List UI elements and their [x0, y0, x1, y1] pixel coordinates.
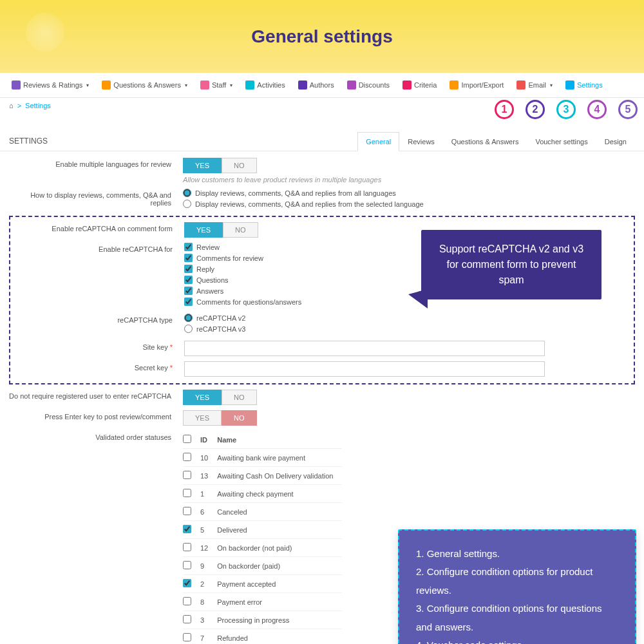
display-opt2-input[interactable]: [183, 200, 191, 208]
legend-line-3: 3. Configure condition options for quest…: [416, 600, 618, 636]
badge-5: 5: [618, 100, 638, 119]
status-select-all[interactable]: [183, 435, 191, 443]
display-how-label: How to display reviews, comments, Q&A an…: [9, 189, 183, 207]
display-all-lang-radio[interactable]: Display reviews, comments, Q&A and repli…: [183, 189, 635, 197]
enable-recaptcha-yes[interactable]: YES: [184, 222, 223, 238]
badge-3: 3: [556, 100, 576, 119]
legend-line-1: 1. General settings.: [416, 545, 618, 564]
status-checkbox[interactable]: [183, 597, 191, 605]
nav-icon: [200, 80, 209, 90]
nav-icon: [102, 80, 111, 90]
tab-design[interactable]: Design: [596, 132, 635, 151]
status-name: Awaiting check payment: [217, 485, 342, 503]
status-checkbox[interactable]: [183, 525, 191, 533]
nav-questions-answers[interactable]: Questions & Answers▾: [97, 78, 193, 92]
status-checkbox[interactable]: [183, 561, 191, 569]
nav-label: Criteria: [414, 81, 437, 89]
site-key-input[interactable]: [184, 341, 545, 356]
display-selected-lang-radio[interactable]: Display reviews, comments, Q&A and repli…: [183, 200, 635, 208]
no-recaptcha-yes[interactable]: YES: [183, 390, 222, 405]
press-enter-toggle[interactable]: YES NO: [183, 410, 257, 426]
table-row: 3Processing in progress: [183, 611, 342, 629]
status-checkbox[interactable]: [183, 633, 191, 641]
tab-questions-answers[interactable]: Questions & Answers: [443, 132, 527, 151]
secret-key-input[interactable]: [184, 361, 545, 377]
nav-staff[interactable]: Staff▾: [195, 78, 238, 92]
settings-form: Enable multiple languages for review YES…: [0, 151, 644, 644]
recaptcha-for-label: Comments for questions/answers: [196, 298, 301, 306]
chevron-down-icon: ▾: [550, 82, 553, 88]
enable-lang-help: Allow customers to leave product reviews…: [183, 176, 635, 184]
status-id: 3: [200, 611, 217, 629]
nav-icon: [12, 80, 21, 90]
status-checkbox[interactable]: [183, 543, 191, 551]
nav-activities[interactable]: Activities: [240, 78, 290, 92]
status-id: 9: [200, 557, 217, 575]
status-id: 12: [200, 539, 217, 557]
recaptcha-for-checkbox[interactable]: [184, 243, 193, 251]
status-checkbox[interactable]: [183, 507, 191, 515]
press-enter-no[interactable]: NO: [222, 410, 257, 426]
enable-lang-label: Enable multiple languages for review: [9, 158, 183, 168]
press-enter-yes[interactable]: YES: [183, 410, 222, 426]
order-status-table: ID Name 10Awaiting bank wire payment13Aw…: [183, 431, 342, 644]
recaptcha-v3-input[interactable]: [184, 325, 193, 333]
recaptcha-v3-radio[interactable]: reCAPTCHA v3: [184, 325, 634, 333]
status-checkbox[interactable]: [183, 579, 191, 587]
recaptcha-for-checkbox[interactable]: [184, 254, 193, 262]
status-id: 6: [200, 503, 217, 521]
enable-lang-no[interactable]: NO: [222, 158, 257, 173]
recaptcha-v2-input[interactable]: [184, 314, 193, 322]
no-recaptcha-no[interactable]: NO: [222, 390, 257, 405]
header-banner: General settings: [0, 0, 644, 73]
nav-label: Discounts: [359, 81, 390, 89]
recaptcha-highlight-box: Support reCAPTCHA v2 and v3 for comment …: [9, 216, 635, 384]
tab-reviews[interactable]: Reviews: [399, 132, 443, 151]
table-row: 9On backorder (paid): [183, 557, 342, 575]
nav-discounts[interactable]: Discounts: [342, 78, 395, 92]
recaptcha-for-checkbox[interactable]: [184, 276, 193, 284]
enable-lang-yes[interactable]: YES: [183, 158, 222, 173]
nav-icon: [245, 80, 254, 90]
status-checkbox[interactable]: [183, 471, 191, 479]
status-name: Payment accepted: [217, 575, 342, 593]
enable-lang-toggle[interactable]: YES NO: [183, 158, 257, 173]
nav-reviews-ratings[interactable]: Reviews & Ratings▾: [6, 78, 94, 92]
nav-settings[interactable]: Settings: [560, 78, 608, 92]
table-row: 6Canceled: [183, 503, 342, 521]
status-checkbox[interactable]: [183, 489, 191, 497]
table-row: 7Refunded: [183, 629, 342, 645]
status-id: 7: [200, 629, 217, 645]
breadcrumb-current[interactable]: Settings: [25, 102, 51, 109]
tab-general[interactable]: General: [357, 132, 399, 151]
nav-authors[interactable]: Authors: [293, 78, 339, 92]
status-id: 2: [200, 575, 217, 593]
recaptcha-for-label: Answers: [196, 287, 223, 295]
tab-voucher-settings[interactable]: Voucher settings: [527, 132, 596, 151]
home-icon[interactable]: ⌂: [9, 102, 14, 109]
no-recaptcha-registered-label: Do not require registered user to enter …: [9, 390, 183, 400]
recaptcha-v2-radio[interactable]: reCAPTCHA v2: [184, 314, 634, 322]
nav-import-export[interactable]: Import/Export: [444, 78, 509, 92]
badge-2: 2: [526, 100, 545, 119]
recaptcha-for-label: Review: [196, 243, 220, 251]
status-checkbox[interactable]: [183, 615, 191, 623]
table-row: 2Payment accepted: [183, 575, 342, 593]
recaptcha-for-checkbox[interactable]: [184, 298, 193, 306]
display-opt1-input[interactable]: [183, 189, 191, 197]
no-recaptcha-registered-toggle[interactable]: YES NO: [183, 390, 257, 405]
nav-icon: [347, 80, 356, 90]
recaptcha-for-checkbox[interactable]: [184, 287, 193, 295]
nav-email[interactable]: Email▾: [511, 78, 558, 92]
enable-recaptcha-toggle[interactable]: YES NO: [184, 222, 258, 238]
recaptcha-for-checkbox[interactable]: [184, 265, 193, 273]
recaptcha-for-label: Reply: [196, 265, 214, 273]
legend-line-4: 4. Voucher code settings.: [416, 636, 618, 644]
validated-statuses-label: Validated order statuses: [9, 431, 183, 441]
display-opt2-label: Display reviews, comments, Q&A and repli…: [195, 200, 424, 208]
breadcrumb-sep: >: [17, 102, 21, 109]
enable-recaptcha-no[interactable]: NO: [223, 222, 258, 238]
nav-criteria[interactable]: Criteria: [397, 78, 442, 92]
status-checkbox[interactable]: [183, 453, 191, 461]
status-name: Delivered: [217, 521, 342, 539]
